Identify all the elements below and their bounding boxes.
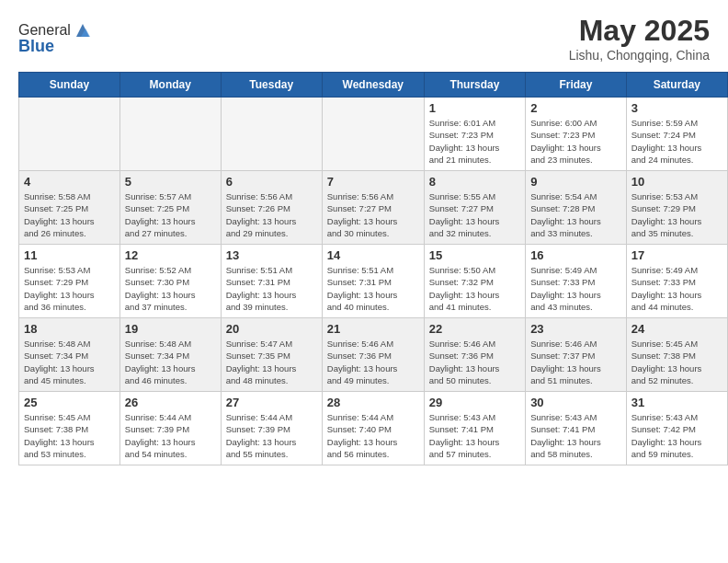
- day-info: Sunrise: 5:48 AM Sunset: 7:34 PM Dayligh…: [125, 338, 216, 386]
- week-row-5: 25Sunrise: 5:45 AM Sunset: 7:38 PM Dayli…: [19, 392, 728, 465]
- day-info: Sunrise: 5:44 AM Sunset: 7:39 PM Dayligh…: [226, 411, 317, 460]
- day-cell: 24Sunrise: 5:45 AM Sunset: 7:38 PM Dayli…: [626, 318, 727, 392]
- day-number: 12: [125, 248, 216, 262]
- day-number: 30: [530, 396, 621, 409]
- day-number: 17: [631, 248, 722, 262]
- logo: General Blue: [18, 20, 93, 56]
- day-cell: 3Sunrise: 5:59 AM Sunset: 7:24 PM Daylig…: [626, 98, 727, 171]
- day-header-friday: Friday: [526, 73, 627, 98]
- day-cell: 7Sunrise: 5:56 AM Sunset: 7:27 PM Daylig…: [322, 171, 424, 245]
- day-header-row: SundayMondayTuesdayWednesdayThursdayFrid…: [19, 73, 728, 98]
- calendar-subtitle: Lishu, Chongqing, China: [569, 48, 710, 63]
- day-cell: [119, 98, 221, 171]
- day-number: 5: [125, 175, 216, 189]
- day-cell: 15Sunrise: 5:50 AM Sunset: 7:32 PM Dayli…: [424, 245, 525, 318]
- day-info: Sunrise: 5:58 AM Sunset: 7:25 PM Dayligh…: [24, 190, 115, 239]
- day-number: 28: [327, 396, 419, 409]
- day-info: Sunrise: 5:46 AM Sunset: 7:36 PM Dayligh…: [327, 338, 419, 386]
- day-info: Sunrise: 5:49 AM Sunset: 7:33 PM Dayligh…: [530, 264, 621, 313]
- week-row-2: 4Sunrise: 5:58 AM Sunset: 7:25 PM Daylig…: [19, 171, 728, 245]
- day-number: 14: [327, 248, 419, 262]
- day-number: 2: [530, 101, 621, 115]
- day-info: Sunrise: 5:56 AM Sunset: 7:27 PM Dayligh…: [327, 190, 419, 239]
- day-info: Sunrise: 6:01 AM Sunset: 7:23 PM Dayligh…: [429, 117, 520, 166]
- calendar-wrapper: SundayMondayTuesdayWednesdayThursdayFrid…: [0, 72, 728, 475]
- day-number: 24: [631, 322, 722, 336]
- day-cell: 5Sunrise: 5:57 AM Sunset: 7:25 PM Daylig…: [119, 171, 221, 245]
- calendar-table: SundayMondayTuesdayWednesdayThursdayFrid…: [18, 72, 728, 465]
- day-cell: 13Sunrise: 5:51 AM Sunset: 7:31 PM Dayli…: [221, 245, 322, 318]
- calendar-title: May 2025: [569, 14, 710, 48]
- day-cell: 9Sunrise: 5:54 AM Sunset: 7:28 PM Daylig…: [526, 171, 627, 245]
- day-info: Sunrise: 5:56 AM Sunset: 7:26 PM Dayligh…: [226, 190, 317, 239]
- day-number: 18: [24, 322, 115, 336]
- day-cell: 23Sunrise: 5:46 AM Sunset: 7:37 PM Dayli…: [526, 318, 627, 392]
- logo-icon: [73, 20, 93, 40]
- day-info: Sunrise: 5:47 AM Sunset: 7:35 PM Dayligh…: [226, 338, 317, 386]
- day-cell: 10Sunrise: 5:53 AM Sunset: 7:29 PM Dayli…: [626, 171, 727, 245]
- day-header-sunday: Sunday: [19, 73, 120, 98]
- day-number: 8: [429, 175, 520, 189]
- day-header-monday: Monday: [119, 73, 221, 98]
- day-info: Sunrise: 5:43 AM Sunset: 7:41 PM Dayligh…: [530, 411, 621, 460]
- day-cell: 18Sunrise: 5:48 AM Sunset: 7:34 PM Dayli…: [19, 318, 120, 392]
- day-number: 23: [530, 322, 621, 336]
- day-info: Sunrise: 5:53 AM Sunset: 7:29 PM Dayligh…: [24, 264, 115, 313]
- day-number: 21: [327, 322, 419, 336]
- day-header-thursday: Thursday: [424, 73, 525, 98]
- day-info: Sunrise: 5:46 AM Sunset: 7:37 PM Dayligh…: [530, 338, 621, 386]
- day-info: Sunrise: 5:59 AM Sunset: 7:24 PM Dayligh…: [631, 117, 722, 166]
- day-number: 7: [327, 175, 419, 189]
- day-cell: 11Sunrise: 5:53 AM Sunset: 7:29 PM Dayli…: [19, 245, 120, 318]
- day-number: 3: [631, 101, 722, 115]
- day-number: 31: [631, 396, 722, 409]
- day-cell: 26Sunrise: 5:44 AM Sunset: 7:39 PM Dayli…: [119, 392, 221, 465]
- day-cell: 6Sunrise: 5:56 AM Sunset: 7:26 PM Daylig…: [221, 171, 322, 245]
- week-row-3: 11Sunrise: 5:53 AM Sunset: 7:29 PM Dayli…: [19, 245, 728, 318]
- day-number: 25: [24, 396, 115, 409]
- day-number: 10: [631, 175, 722, 189]
- day-cell: 2Sunrise: 6:00 AM Sunset: 7:23 PM Daylig…: [526, 98, 627, 171]
- day-number: 1: [429, 101, 520, 115]
- day-cell: 19Sunrise: 5:48 AM Sunset: 7:34 PM Dayli…: [119, 318, 221, 392]
- day-number: 26: [125, 396, 216, 409]
- day-cell: 16Sunrise: 5:49 AM Sunset: 7:33 PM Dayli…: [526, 245, 627, 318]
- day-cell: [322, 98, 424, 171]
- day-info: Sunrise: 5:49 AM Sunset: 7:33 PM Dayligh…: [631, 264, 722, 313]
- day-number: 15: [429, 248, 520, 262]
- day-info: Sunrise: 5:53 AM Sunset: 7:29 PM Dayligh…: [631, 190, 722, 239]
- logo-blue-text: Blue: [18, 37, 54, 56]
- day-cell: 31Sunrise: 5:43 AM Sunset: 7:42 PM Dayli…: [626, 392, 727, 465]
- day-info: Sunrise: 6:00 AM Sunset: 7:23 PM Dayligh…: [530, 117, 621, 166]
- day-info: Sunrise: 5:50 AM Sunset: 7:32 PM Dayligh…: [429, 264, 520, 313]
- day-info: Sunrise: 5:44 AM Sunset: 7:40 PM Dayligh…: [327, 411, 419, 460]
- day-number: 19: [125, 322, 216, 336]
- day-cell: 8Sunrise: 5:55 AM Sunset: 7:27 PM Daylig…: [424, 171, 525, 245]
- day-cell: 25Sunrise: 5:45 AM Sunset: 7:38 PM Dayli…: [19, 392, 120, 465]
- day-number: 22: [429, 322, 520, 336]
- day-info: Sunrise: 5:44 AM Sunset: 7:39 PM Dayligh…: [125, 411, 216, 460]
- day-cell: 30Sunrise: 5:43 AM Sunset: 7:41 PM Dayli…: [526, 392, 627, 465]
- day-cell: 28Sunrise: 5:44 AM Sunset: 7:40 PM Dayli…: [322, 392, 424, 465]
- day-info: Sunrise: 5:55 AM Sunset: 7:27 PM Dayligh…: [429, 190, 520, 239]
- day-number: 9: [530, 175, 621, 189]
- week-row-1: 1Sunrise: 6:01 AM Sunset: 7:23 PM Daylig…: [19, 98, 728, 171]
- day-number: 13: [226, 248, 317, 262]
- day-header-wednesday: Wednesday: [322, 73, 424, 98]
- day-cell: 14Sunrise: 5:51 AM Sunset: 7:31 PM Dayli…: [322, 245, 424, 318]
- day-number: 27: [226, 396, 317, 409]
- day-cell: 17Sunrise: 5:49 AM Sunset: 7:33 PM Dayli…: [626, 245, 727, 318]
- page-header: General Blue May 2025 Lishu, Chongqing, …: [0, 0, 728, 72]
- day-number: 6: [226, 175, 317, 189]
- day-cell: [221, 98, 322, 171]
- day-cell: 12Sunrise: 5:52 AM Sunset: 7:30 PM Dayli…: [119, 245, 221, 318]
- day-info: Sunrise: 5:54 AM Sunset: 7:28 PM Dayligh…: [530, 190, 621, 239]
- day-cell: [19, 98, 120, 171]
- day-info: Sunrise: 5:52 AM Sunset: 7:30 PM Dayligh…: [125, 264, 216, 313]
- day-info: Sunrise: 5:51 AM Sunset: 7:31 PM Dayligh…: [226, 264, 317, 313]
- day-info: Sunrise: 5:45 AM Sunset: 7:38 PM Dayligh…: [631, 338, 722, 386]
- day-header-saturday: Saturday: [626, 73, 727, 98]
- day-number: 16: [530, 248, 621, 262]
- day-info: Sunrise: 5:51 AM Sunset: 7:31 PM Dayligh…: [327, 264, 419, 313]
- day-number: 29: [429, 396, 520, 409]
